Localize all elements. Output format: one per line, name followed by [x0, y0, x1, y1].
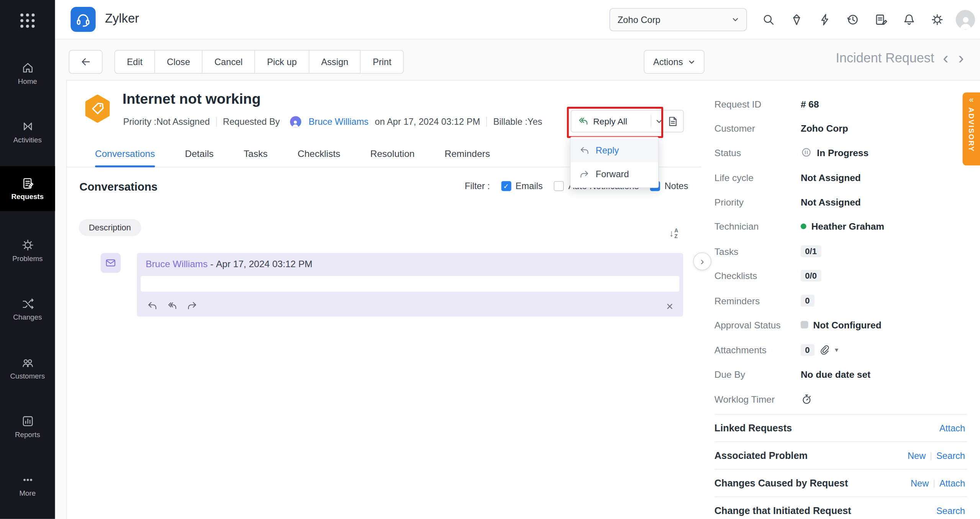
- sidebar-item-more[interactable]: More: [0, 467, 55, 503]
- user-avatar[interactable]: [956, 10, 975, 29]
- actions-dropdown-button[interactable]: Actions: [644, 50, 704, 74]
- sidebar-item-problems[interactable]: Problems: [0, 232, 55, 269]
- history-icon: [846, 13, 859, 26]
- gear-icon: [930, 13, 943, 26]
- advisory-tab[interactable]: « ADVISORY: [963, 92, 980, 165]
- zylker-logo[interactable]: [70, 7, 95, 32]
- search-button[interactable]: [759, 10, 778, 29]
- attach-change-link[interactable]: Attach: [939, 478, 965, 488]
- changes-caused-row: Changes Caused by Request New Attach: [715, 475, 965, 491]
- settings-button[interactable]: [928, 10, 946, 29]
- person-icon: [291, 119, 300, 127]
- chevron-down-icon[interactable]: ▾: [835, 346, 838, 354]
- new-change-link[interactable]: New: [911, 478, 929, 488]
- sidebar-item-requests[interactable]: Requests: [0, 166, 55, 211]
- menu-item-forward[interactable]: Forward: [571, 162, 658, 186]
- tasks-count-badge[interactable]: 0/1: [801, 245, 821, 257]
- approval-status-icon: [801, 321, 808, 329]
- apps-waffle-icon[interactable]: [20, 13, 36, 29]
- requester-link[interactable]: Bruce Williams: [309, 117, 369, 127]
- sidebar-item-customers[interactable]: Customers: [0, 350, 55, 386]
- chevron-down-icon: [688, 59, 695, 65]
- envelope-icon: [105, 257, 116, 268]
- reply-all-button[interactable]: Reply All: [571, 110, 669, 132]
- activities-icon: [21, 120, 34, 133]
- collapse-icon: «: [969, 96, 973, 104]
- add-note-button[interactable]: [661, 110, 684, 132]
- priority-meta: Priority :Not Assigned: [123, 117, 210, 127]
- note-icon: [667, 115, 678, 127]
- tab-tasks[interactable]: Tasks: [244, 148, 268, 167]
- description-chip[interactable]: Description: [79, 219, 141, 236]
- rewards-button[interactable]: [787, 10, 806, 29]
- checkbox-auto-notifications[interactable]: ✓: [554, 181, 564, 191]
- stopwatch-icon[interactable]: [801, 393, 813, 405]
- online-status-dot: [801, 223, 806, 229]
- edit-button[interactable]: Edit: [115, 50, 155, 74]
- sidebar-item-reports[interactable]: Reports: [0, 408, 55, 445]
- conversations-heading: Conversations: [79, 181, 157, 194]
- reply-dropdown-menu: Reply Forward: [570, 137, 659, 188]
- print-button[interactable]: Print: [361, 50, 404, 74]
- cancel-button[interactable]: Cancel: [203, 50, 255, 74]
- panel-expander-button[interactable]: ›: [693, 252, 711, 270]
- search-change-link[interactable]: Search: [936, 506, 965, 516]
- notifications-button[interactable]: [900, 10, 918, 29]
- menu-item-reply[interactable]: Reply: [571, 139, 658, 162]
- search-icon: [762, 13, 775, 26]
- check-icon: ✓: [503, 183, 509, 189]
- attachments-count-badge[interactable]: 0: [801, 344, 814, 356]
- search-problem-link[interactable]: Search: [936, 451, 965, 461]
- request-toolbar: Edit Close Cancel Pick up Assign Print: [115, 50, 404, 73]
- back-button[interactable]: [69, 50, 102, 74]
- changes-icon: [21, 297, 34, 310]
- linked-requests-row: Linked Requests Attach: [715, 420, 965, 436]
- attach-linked-request-link[interactable]: Attach: [939, 423, 965, 433]
- feedback-button[interactable]: [871, 10, 890, 29]
- page-title: Incident Request: [836, 51, 934, 65]
- sidebar-item-changes[interactable]: Changes: [0, 291, 55, 327]
- checklists-count-badge[interactable]: 0/0: [801, 269, 821, 281]
- history-button[interactable]: [843, 10, 862, 29]
- reminders-count-badge[interactable]: 0: [801, 294, 814, 306]
- tab-resolution[interactable]: Resolution: [370, 148, 415, 167]
- organization-selector[interactable]: Zoho Corp: [610, 8, 747, 31]
- conversation-item[interactable]: Bruce Williams - Apr 17, 2024 03:12 PM: [137, 253, 683, 317]
- assign-button[interactable]: Assign: [309, 50, 361, 74]
- divider: [931, 452, 931, 460]
- field-tasks: Tasks 0/1: [715, 241, 972, 261]
- tab-reminders[interactable]: Reminders: [445, 148, 490, 167]
- new-problem-link[interactable]: New: [908, 451, 926, 461]
- forward-icon[interactable]: [187, 300, 198, 311]
- more-icon: [21, 473, 34, 486]
- previous-request-button[interactable]: ‹: [942, 50, 950, 66]
- tab-conversations[interactable]: Conversations: [95, 148, 155, 167]
- associated-problem-row: Associated Problem New Search: [715, 448, 965, 464]
- field-request-id: Request ID # 68: [715, 94, 972, 114]
- module-title-nav: Incident Request ‹ ›: [836, 50, 965, 66]
- sort-button[interactable]: ↓ AZ: [669, 228, 678, 239]
- message-author-link[interactable]: Bruce Williams: [146, 258, 208, 269]
- content-area: Edit Close Cancel Pick up Assign Print A…: [55, 39, 980, 519]
- next-request-button[interactable]: ›: [957, 50, 965, 66]
- reply-icon[interactable]: [147, 300, 157, 311]
- bell-icon: [902, 13, 915, 26]
- tab-details[interactable]: Details: [185, 148, 214, 167]
- close-icon[interactable]: ×: [666, 300, 673, 312]
- field-technician: Technician Heather Graham: [715, 216, 972, 236]
- field-checklists: Checklists 0/0: [715, 265, 972, 285]
- quick-actions-button[interactable]: [815, 10, 834, 29]
- rewards-icon: [790, 13, 803, 26]
- person-icon: [957, 15, 973, 29]
- request-detail-card: Internet not working Priority :Not Assig…: [66, 80, 703, 519]
- tab-checklists[interactable]: Checklists: [298, 148, 341, 167]
- incident-badge-icon: [83, 94, 112, 123]
- close-button[interactable]: Close: [155, 50, 203, 74]
- sidebar-item-activities[interactable]: Activities: [0, 114, 55, 150]
- sidebar-item-home[interactable]: Home: [0, 55, 55, 91]
- paperclip-icon[interactable]: [819, 344, 830, 355]
- reply-all-icon[interactable]: [167, 300, 178, 311]
- pickup-button[interactable]: Pick up: [255, 50, 309, 74]
- checkbox-emails[interactable]: ✓: [501, 181, 511, 191]
- headset-icon: [75, 11, 91, 27]
